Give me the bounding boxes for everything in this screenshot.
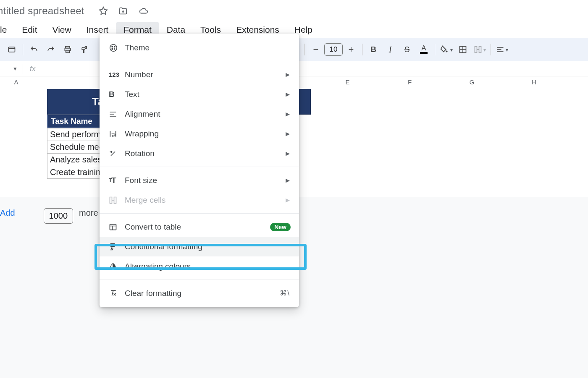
- svg-rect-11: [110, 243, 115, 246]
- menu-file[interactable]: le: [0, 22, 14, 37]
- name-box-dropdown[interactable]: ▼: [0, 66, 22, 72]
- submenu-arrow-icon: ▶: [286, 177, 290, 183]
- menu-item-label: Theme: [125, 43, 150, 52]
- svg-point-9: [112, 48, 113, 49]
- print-icon[interactable]: [59, 41, 76, 58]
- menu-item-label: Wrapping: [125, 129, 159, 139]
- title-icon-group: [99, 6, 149, 16]
- menu-item-alignment[interactable]: Alignment ▶: [100, 104, 299, 124]
- column-header-a[interactable]: A: [0, 76, 33, 88]
- column-header-f[interactable]: F: [379, 76, 441, 88]
- toolbar-separator: [362, 44, 362, 55]
- menu-item-label: Clear formatting: [125, 289, 181, 298]
- svg-point-6: [110, 44, 117, 51]
- toolbar-separator: [23, 44, 23, 55]
- svg-point-8: [114, 46, 115, 47]
- star-icon[interactable]: [99, 6, 108, 16]
- menu-item-label: Alternating colours: [125, 262, 191, 271]
- wrapping-icon: [109, 130, 125, 138]
- submenu-arrow-icon: ▶: [286, 131, 290, 137]
- column-header-e[interactable]: E: [317, 76, 379, 88]
- menu-view[interactable]: View: [45, 22, 79, 37]
- submenu-arrow-icon: ▶: [286, 150, 290, 157]
- menu-item-conditional-formatting[interactable]: Conditional formatting: [100, 237, 299, 256]
- bold-icon: B: [109, 90, 125, 99]
- theme-icon: [109, 43, 125, 52]
- fill-color-icon[interactable]: [438, 41, 454, 58]
- menu-item-label: Merge cells: [125, 196, 165, 205]
- menu-item-clear-formatting[interactable]: Clear formatting ⌘\: [100, 283, 299, 303]
- text-color-icon[interactable]: A: [415, 41, 432, 58]
- font-size-input[interactable]: 10: [324, 43, 343, 56]
- menu-item-label: Font size: [125, 176, 157, 185]
- menu-item-label: Number: [125, 70, 153, 79]
- table-cell[interactable]: Analyze sales: [47, 154, 100, 166]
- toolbar-separator: [304, 44, 305, 55]
- column-header-h[interactable]: H: [503, 76, 565, 88]
- submenu-arrow-icon: ▶: [286, 71, 290, 78]
- menu-separator: [100, 61, 299, 61]
- menu-edit[interactable]: Edit: [14, 22, 45, 37]
- menu-item-label: Rotation: [125, 149, 155, 158]
- menu-separator: [100, 213, 299, 214]
- document-title[interactable]: ntitled spreadsheet: [0, 5, 84, 17]
- alignment-icon: [109, 110, 125, 118]
- font-size-icon: TT: [109, 176, 125, 185]
- table-header-cell[interactable]: Task Name: [47, 115, 100, 128]
- keyboard-shortcut: ⌘\: [280, 289, 290, 298]
- submenu-arrow-icon: ▶: [286, 197, 290, 203]
- menu-item-font-size[interactable]: TT Font size ▶: [100, 170, 299, 190]
- menu-item-label: Alignment: [125, 110, 160, 119]
- alternating-colours-icon: [109, 262, 125, 271]
- number-icon: 123: [109, 71, 125, 78]
- merge-cells-icon: [109, 196, 125, 204]
- add-rows-count-input[interactable]: 1000: [44, 208, 74, 224]
- undo-icon[interactable]: [26, 41, 42, 58]
- menu-separator: [100, 280, 299, 280]
- strikethrough-icon[interactable]: S: [399, 41, 415, 58]
- borders-icon[interactable]: [454, 41, 471, 58]
- font-size-increase-icon[interactable]: +: [343, 41, 360, 58]
- menu-item-alternating-colours[interactable]: Alternating colours: [100, 256, 299, 276]
- menu-item-label: Convert to table: [125, 222, 181, 232]
- menu-item-merge-cells: Merge cells ▶: [100, 190, 299, 210]
- svg-rect-0: [9, 47, 15, 52]
- menu-item-wrapping[interactable]: Wrapping ▶: [100, 124, 299, 144]
- rotation-icon: [109, 149, 125, 158]
- conditional-formatting-icon: [109, 243, 125, 251]
- clear-formatting-icon: [109, 289, 125, 298]
- submenu-arrow-icon: ▶: [286, 91, 290, 97]
- table-cell[interactable]: Send performa: [47, 128, 100, 141]
- merge-cells-icon[interactable]: [471, 41, 488, 58]
- fx-icon: fx: [30, 65, 35, 73]
- search-menus-icon[interactable]: [3, 41, 20, 58]
- horizontal-align-icon[interactable]: [494, 41, 510, 58]
- menu-item-label: Conditional formatting: [125, 242, 202, 251]
- menu-item-theme[interactable]: Theme: [100, 38, 299, 57]
- table-cell[interactable]: Create training: [47, 166, 100, 179]
- menu-separator: [100, 167, 299, 167]
- toolbar-separator: [491, 44, 491, 55]
- table-cell[interactable]: Schedule mee: [47, 141, 100, 154]
- menu-item-text[interactable]: B Text ▶: [100, 84, 299, 104]
- italic-icon[interactable]: I: [382, 41, 399, 58]
- new-badge: New: [270, 223, 291, 231]
- toolbar-separator: [435, 44, 435, 55]
- svg-point-7: [112, 46, 113, 47]
- column-header-g[interactable]: G: [441, 76, 503, 88]
- paint-format-icon[interactable]: [76, 41, 93, 58]
- bold-icon[interactable]: B: [365, 41, 382, 58]
- menu-item-convert-to-table[interactable]: Convert to table New: [100, 217, 299, 237]
- menu-item-number[interactable]: 123 Number ▶: [100, 65, 299, 84]
- format-menu-dropdown: Theme 123 Number ▶ B Text ▶ Alignment ▶ …: [100, 34, 299, 307]
- font-size-decrease-icon[interactable]: −: [307, 41, 324, 58]
- svg-rect-10: [110, 224, 116, 230]
- cloud-status-icon[interactable]: [138, 6, 149, 16]
- add-rows-button[interactable]: Add: [0, 208, 15, 218]
- separator: [23, 64, 23, 74]
- move-folder-icon[interactable]: [118, 6, 128, 16]
- menu-item-rotation[interactable]: Rotation ▶: [100, 144, 299, 163]
- svg-point-4: [446, 51, 447, 52]
- menu-item-label: Text: [125, 90, 139, 99]
- redo-icon[interactable]: [42, 41, 59, 58]
